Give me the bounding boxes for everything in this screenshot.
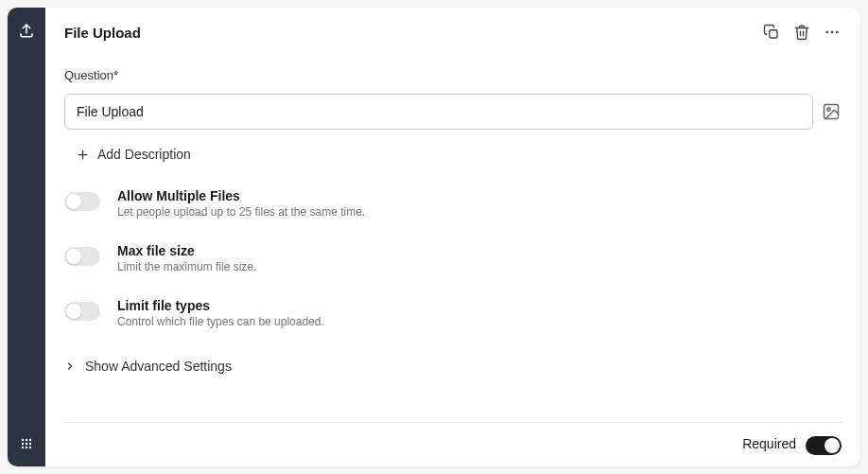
- file-upload-card: File Upload: [8, 8, 860, 466]
- svg-point-8: [26, 447, 27, 448]
- more-button[interactable]: [823, 23, 842, 42]
- limit-types-toggle[interactable]: [64, 302, 100, 321]
- svg-point-2: [26, 439, 27, 441]
- add-description-button[interactable]: Add Description: [64, 143, 842, 188]
- svg-point-5: [26, 443, 27, 445]
- show-advanced-label: Show Advanced Settings: [85, 359, 232, 374]
- add-description-label: Add Description: [97, 147, 191, 162]
- svg-point-6: [29, 443, 31, 445]
- limit-types-title: Limit file types: [117, 298, 324, 313]
- question-label: Question*: [64, 68, 842, 82]
- svg-point-1: [22, 439, 24, 441]
- svg-point-4: [22, 443, 24, 445]
- svg-point-11: [825, 31, 828, 34]
- show-advanced-button[interactable]: Show Advanced Settings: [64, 353, 842, 387]
- allow-multiple-subtitle: Let people upload up to 25 files at the …: [117, 205, 365, 219]
- max-size-subtitle: Limit the maximum file size.: [117, 260, 256, 273]
- allow-multiple-option: Allow Multiple Files Let people upload u…: [64, 188, 842, 219]
- header-actions: [762, 23, 842, 42]
- question-input[interactable]: [64, 94, 813, 130]
- required-toggle[interactable]: [806, 436, 842, 455]
- max-size-text: Max file size Limit the maximum file siz…: [117, 243, 256, 273]
- allow-multiple-text: Allow Multiple Files Let people upload u…: [117, 188, 365, 219]
- upload-icon: [15, 19, 38, 42]
- duplicate-button[interactable]: [762, 23, 781, 42]
- limit-types-option: Limit file types Control which file type…: [64, 298, 842, 328]
- max-size-title: Max file size: [117, 243, 256, 258]
- max-size-toggle[interactable]: [64, 247, 100, 266]
- drag-handle-icon[interactable]: [15, 432, 38, 455]
- header-row: File Upload: [64, 23, 842, 42]
- allow-multiple-title: Allow Multiple Files: [117, 188, 365, 203]
- chevron-right-icon: [64, 360, 76, 372]
- plus-icon: [76, 148, 90, 162]
- card-sidebar: [8, 8, 45, 466]
- svg-point-3: [29, 439, 31, 441]
- card-title: File Upload: [64, 25, 141, 41]
- image-button[interactable]: [821, 101, 842, 122]
- limit-types-subtitle: Control which file types can be uploaded…: [117, 315, 324, 328]
- svg-point-12: [831, 31, 834, 34]
- svg-rect-10: [770, 30, 777, 38]
- question-input-row: [64, 94, 842, 130]
- limit-types-text: Limit file types Control which file type…: [117, 298, 324, 328]
- svg-point-7: [22, 447, 24, 448]
- allow-multiple-toggle[interactable]: [64, 192, 100, 211]
- footer-row: Required: [64, 423, 842, 455]
- card-content: File Upload: [45, 8, 860, 466]
- svg-point-15: [827, 108, 830, 111]
- max-size-option: Max file size Limit the maximum file siz…: [64, 243, 842, 273]
- svg-point-9: [29, 447, 31, 448]
- required-label: Required: [742, 436, 796, 451]
- delete-button[interactable]: [792, 23, 811, 42]
- svg-point-13: [836, 31, 839, 34]
